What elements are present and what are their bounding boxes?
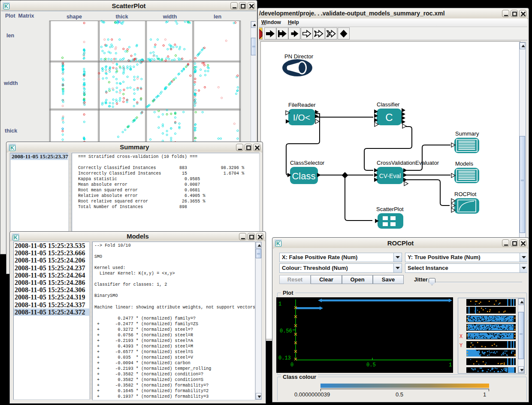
svg-text:ClassSelector: ClassSelector [290, 160, 325, 166]
svg-text:Class: Class [292, 171, 315, 181]
svg-text:0.13: 0.13 [278, 355, 291, 361]
svg-text:1: 1 [278, 301, 281, 307]
svg-text:Classifier: Classifier [377, 101, 400, 108]
svg-text:C: C [385, 112, 393, 123]
svg-text:Models: Models [455, 160, 473, 167]
svg-text:ScatterPlot: ScatterPlot [376, 206, 404, 212]
svg-text:CrossValidationEvaluator: CrossValidationEvaluator [377, 160, 439, 166]
svg-text:Summary: Summary [455, 130, 479, 137]
svg-text:ROCPlot: ROCPlot [454, 191, 477, 197]
svg-text:0: 0 [290, 362, 293, 368]
svg-text:1: 1 [449, 362, 452, 368]
svg-text:PN Director: PN Director [284, 53, 314, 60]
svg-text:CV-Eval: CV-Eval [379, 172, 401, 179]
svg-text:FileReader: FileReader [288, 102, 316, 108]
svg-text:I/O<: I/O< [293, 112, 310, 122]
svg-text:0.5: 0.5 [366, 362, 376, 368]
svg-text:0.56: 0.56 [280, 328, 292, 334]
